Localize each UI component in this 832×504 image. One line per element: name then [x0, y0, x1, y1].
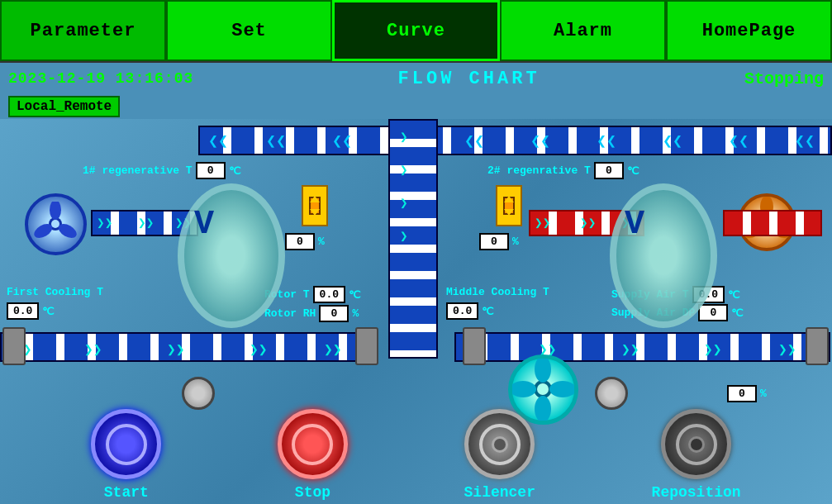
bottom-pct-value: 0 [727, 385, 757, 402]
silencer-circle[interactable] [464, 409, 535, 479]
system-status: Stopping [744, 69, 824, 88]
regen2-value: 0 [594, 162, 624, 179]
first-cooling-sensor: 0.0 ℃ [7, 302, 55, 320]
stop-label: Stop [295, 484, 330, 501]
regen2-pct: 0 % [479, 233, 519, 250]
damper-left[interactable] [2, 327, 26, 365]
start-label: Start [104, 484, 149, 501]
rotor-rh-value: 0 [319, 305, 349, 322]
reposition-button[interactable]: Reposition [652, 409, 741, 501]
actuator-bottom-left[interactable] [182, 377, 215, 410]
regen1-sensor: 1# regenerative T 0 ℃ [83, 162, 241, 179]
controls-area: Start Stop Silencer Repos [0, 409, 832, 501]
damper-right[interactable] [806, 327, 829, 365]
flow-chart-area: ❮❮ ❮❮ ❮❮ ❮❮ ❮❮ ❮❮ ❮❮ ❮❮ ❮❮ ❮❮ 1# regener… [0, 119, 832, 504]
nav-homepage[interactable]: HomePage [666, 0, 832, 61]
local-remote-badge[interactable]: Local_Remote [8, 96, 120, 117]
actuator-bottom-right[interactable] [595, 377, 628, 410]
lower-duct-right: ❯❯ ❯❯ ❯❯ ❯❯ ❯❯ [454, 332, 830, 362]
middle-cooling-value: 0.0 [446, 302, 478, 320]
regen2-sensor: 2# regenrative T 0 ℃ [487, 162, 639, 179]
right-duct-after [723, 210, 822, 236]
silencer-button[interactable]: Silencer [464, 409, 535, 501]
svg-point-20 [512, 381, 536, 397]
stop-circle[interactable] [278, 409, 348, 479]
regen1-pct-value: 0 [285, 233, 315, 250]
rotor-rh-sensor: Rotor RH 0 % [264, 305, 359, 322]
reposition-circle[interactable] [661, 409, 731, 479]
nav-alarm[interactable]: Alarm [500, 0, 666, 61]
left-fan[interactable] [25, 193, 87, 255]
svg-point-18 [549, 381, 574, 397]
navbar: Parameter Set Curve Alarm HomePage [0, 0, 832, 63]
first-cooling-label: First Cooling T [7, 286, 103, 298]
datetime-display: 2023-12-19 13:16:03 [8, 70, 193, 87]
svg-point-1 [50, 202, 61, 220]
regen1-value: 0 [196, 162, 226, 179]
nav-set[interactable]: Set [166, 0, 332, 61]
bottom-pct: 0 % [727, 385, 767, 402]
lower-duct-left: ❯❯ ❯❯ ❯❯ ❯❯ ❯❯ [0, 332, 376, 362]
v-indicator-left: V [194, 206, 214, 243]
v-indicator-right: V [625, 206, 644, 243]
start-circle[interactable] [91, 409, 161, 479]
regen1-pct: 0 % [285, 233, 325, 250]
first-cooling-value: 0.0 [7, 302, 39, 320]
damper-mid-right[interactable] [463, 327, 486, 365]
nav-parameter[interactable]: Parameter [0, 0, 166, 61]
supply-air-dp-value: 0 [698, 304, 728, 321]
flowchart-title: FLOW CHART [193, 69, 744, 89]
svg-point-17 [535, 359, 551, 383]
stop-button[interactable]: Stop [278, 409, 348, 501]
reposition-label: Reposition [652, 484, 741, 501]
top-duct: ❮❮ ❮❮ ❮❮ ❮❮ ❮❮ ❮❮ ❮❮ ❮❮ ❮❮ ❮❮ [198, 126, 832, 155]
svg-point-4 [51, 220, 59, 228]
svg-point-21 [537, 383, 549, 395]
rotor-t-value: 0.0 [313, 286, 345, 303]
nav-curve[interactable]: Curve [332, 0, 500, 61]
valve-top-right[interactable] [496, 185, 522, 226]
local-remote-bar: Local_Remote [0, 94, 832, 119]
silencer-label: Silencer [464, 484, 535, 501]
middle-cooling-label: Middle Cooling T [446, 286, 549, 298]
middle-cooling-sensor: 0.0 ℃ [446, 302, 494, 320]
damper-mid-left[interactable] [355, 327, 378, 365]
status-bar: 2023-12-19 13:16:03 FLOW CHART Stopping [0, 63, 832, 94]
start-button[interactable]: Start [91, 409, 161, 501]
center-duct-vertical: ❯ ❯ ❯ ❯ [388, 119, 438, 359]
valve-top-left[interactable] [302, 185, 328, 226]
regen2-pct-value: 0 [479, 233, 509, 250]
